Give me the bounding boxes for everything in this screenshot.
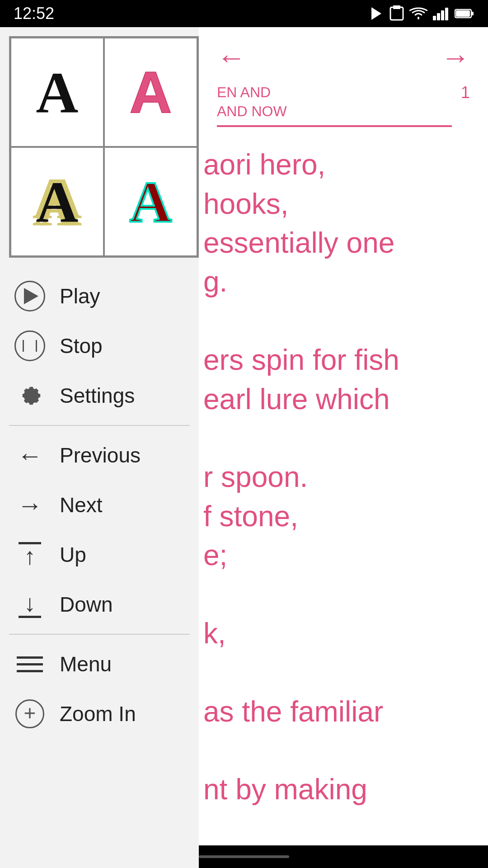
svg-rect-4	[437, 13, 440, 20]
wifi-icon	[409, 7, 427, 20]
menu-bar-1	[17, 656, 43, 659]
down-menu-item[interactable]: ↓ Down	[0, 580, 199, 629]
font-cell-4[interactable]: A	[104, 147, 197, 256]
font-option-yellow-black: A	[36, 168, 79, 236]
font-cell-1[interactable]: A	[10, 38, 104, 147]
screenshot-icon	[389, 5, 404, 22]
play-label: Play	[60, 284, 100, 308]
nav-back-button[interactable]: ←	[217, 41, 246, 74]
svg-rect-2	[393, 5, 400, 9]
font-option-serif-black: A	[36, 58, 79, 126]
menu-menu-item[interactable]: Menu	[0, 639, 199, 689]
menu-items-list: Play Stop Settings	[0, 271, 199, 868]
status-icons	[368, 5, 474, 22]
next-icon-wrapper: →	[14, 489, 46, 521]
down-icon-wrapper: ↓	[14, 588, 46, 621]
hamburger-icon	[17, 656, 43, 672]
nav-home-indicator[interactable]	[199, 855, 289, 858]
nav-arrows: ← →	[199, 27, 488, 83]
status-time: 12:52	[14, 4, 54, 23]
svg-rect-8	[471, 12, 474, 15]
menu-icon-wrapper	[14, 648, 46, 680]
down-arrow: ↓	[24, 591, 36, 615]
signal-icon	[433, 7, 449, 20]
next-label: Next	[60, 493, 103, 517]
svg-rect-1	[390, 7, 403, 20]
play-indicator-icon	[368, 5, 384, 22]
stop-icon	[14, 330, 45, 361]
menu-bar-3	[17, 670, 43, 672]
right-panel: ← → EN ANDAND NOW 1 aori hero, hooks, es…	[199, 27, 488, 868]
settings-label: Settings	[60, 383, 135, 408]
zoom-in-label: Zoom In	[60, 702, 136, 726]
font-option-teal-darkred: A	[130, 168, 172, 236]
svg-rect-3	[433, 16, 436, 20]
svg-marker-0	[371, 7, 381, 20]
left-panel: A A A A Play	[0, 27, 199, 868]
stop-label: Stop	[60, 334, 103, 358]
menu-label: Menu	[60, 652, 112, 676]
menu-bar-2	[17, 663, 43, 665]
svg-rect-9	[456, 10, 470, 17]
previous-label: Previous	[60, 443, 141, 467]
settings-icon-wrapper	[14, 379, 46, 412]
font-option-yellow-black-wrapper: A	[36, 168, 79, 236]
next-menu-item[interactable]: → Next	[0, 480, 199, 530]
chapter-number: 1	[461, 83, 470, 102]
book-text: aori hero, hooks, essentially one g. ers…	[199, 136, 488, 818]
battery-icon	[455, 8, 474, 19]
zoom-in-icon-wrapper: +	[14, 698, 46, 730]
up-icon-wrapper: ↑	[14, 538, 46, 571]
down-label: Down	[60, 592, 113, 617]
svg-rect-6	[445, 8, 448, 20]
arrow-up-icon: ↑	[19, 542, 41, 568]
font-selector-grid: A A A A	[9, 36, 199, 258]
arrow-right-icon: →	[17, 491, 42, 520]
arrow-left-icon: ←	[17, 441, 42, 470]
up-label: Up	[60, 542, 86, 567]
nav-forward-button[interactable]: →	[441, 41, 470, 74]
zoom-in-menu-item[interactable]: + Zoom In	[0, 689, 199, 739]
stop-icon-wrapper	[14, 330, 46, 362]
previous-menu-item[interactable]: ← Previous	[0, 430, 199, 480]
arrow-down-icon: ↓	[19, 591, 41, 618]
plus-sign: +	[24, 703, 36, 723]
menu-divider-2	[9, 634, 190, 635]
menu-divider-1	[9, 425, 190, 426]
chapter-title: EN ANDAND NOW	[217, 83, 452, 127]
font-cell-3[interactable]: A	[10, 147, 104, 256]
up-arrow: ↑	[24, 544, 36, 568]
font-cell-2[interactable]: A	[104, 38, 197, 147]
chapter-header: EN ANDAND NOW 1	[199, 83, 488, 136]
play-menu-item[interactable]: Play	[0, 271, 199, 321]
stop-menu-item[interactable]: Stop	[0, 321, 199, 371]
zoom-in-icon: +	[15, 699, 44, 728]
play-icon-wrapper	[14, 280, 46, 312]
down-bar	[19, 616, 41, 618]
settings-menu-item[interactable]: Settings	[0, 371, 199, 420]
status-bar: 12:52	[0, 0, 488, 27]
up-menu-item[interactable]: ↑ Up	[0, 530, 199, 580]
play-icon	[14, 281, 45, 311]
gear-icon	[14, 380, 45, 411]
main-layout: ← → EN ANDAND NOW 1 aori hero, hooks, es…	[0, 27, 488, 868]
svg-rect-5	[441, 10, 444, 20]
previous-icon-wrapper: ←	[14, 439, 46, 472]
font-option-pink: A	[130, 58, 172, 126]
